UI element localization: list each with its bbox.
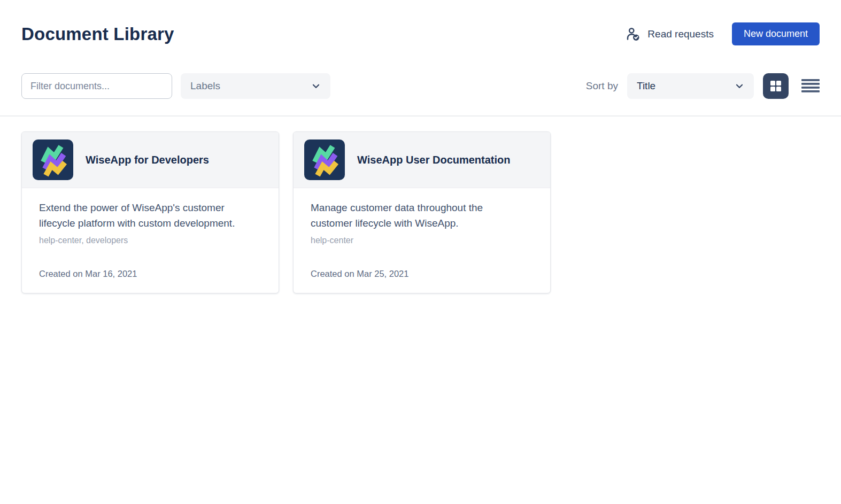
page-title: Document Library: [21, 24, 174, 44]
user-check-icon: [625, 26, 641, 42]
grid-view-toggle[interactable]: [763, 73, 789, 99]
read-requests-link[interactable]: Read requests: [625, 26, 714, 42]
card-body: Extend the power of WiseApp's customer l…: [22, 188, 279, 293]
list-icon: [801, 79, 820, 94]
filter-row: Labels Sort by Title: [21, 73, 820, 99]
grid-icon: [769, 79, 783, 93]
topbar-actions: Read requests New document: [625, 22, 820, 45]
document-labels: help-center: [311, 236, 533, 245]
sort-by-label: Sort by: [586, 80, 618, 92]
card-body: Manage customer data throughout the cust…: [294, 188, 550, 293]
card-header: WiseApp User Documentation: [294, 132, 550, 188]
list-view-toggle[interactable]: [801, 73, 820, 99]
document-labels: help-center, developers: [39, 236, 261, 245]
topbar: Document Library Read requests New docum…: [21, 0, 820, 45]
labels-dropdown[interactable]: Labels: [181, 73, 330, 99]
document-description: Manage customer data throughout the cust…: [311, 200, 527, 231]
labels-dropdown-value: Labels: [190, 80, 220, 92]
chevron-down-icon: [734, 80, 745, 92]
document-card[interactable]: WiseApp for Developers Extend the power …: [21, 131, 279, 293]
new-document-button[interactable]: New document: [732, 22, 820, 45]
chevron-down-icon: [310, 80, 322, 92]
document-title: WiseApp User Documentation: [357, 154, 511, 166]
document-card[interactable]: WiseApp User Documentation Manage custom…: [293, 131, 551, 293]
read-requests-label: Read requests: [647, 28, 714, 40]
document-created-date: Created on Mar 25, 2021: [311, 269, 533, 279]
filter-documents-input[interactable]: [21, 73, 172, 99]
document-grid: WiseApp for Developers Extend the power …: [21, 117, 820, 293]
document-title: WiseApp for Developers: [86, 154, 209, 166]
wiseapp-logo-icon: [304, 139, 345, 180]
sort-dropdown[interactable]: Title: [627, 73, 754, 99]
document-created-date: Created on Mar 16, 2021: [39, 269, 261, 279]
sort-dropdown-value: Title: [637, 80, 655, 92]
card-header: WiseApp for Developers: [22, 132, 279, 188]
wiseapp-logo-icon: [33, 139, 73, 180]
document-description: Extend the power of WiseApp's customer l…: [39, 200, 256, 231]
